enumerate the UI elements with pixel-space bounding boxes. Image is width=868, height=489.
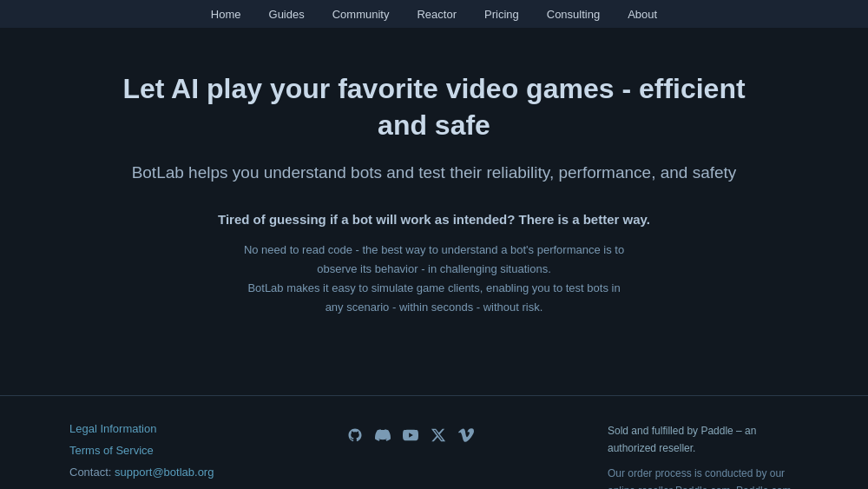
nav-community[interactable]: Community [332,8,390,21]
nav-reactor[interactable]: Reactor [417,8,457,21]
social-icons [347,427,474,443]
nav-consulting[interactable]: Consulting [547,8,600,21]
nav-guides[interactable]: Guides [269,8,305,21]
footer-center [347,422,474,443]
hero-hook: Tired of guessing if a bot will work as … [104,212,764,227]
hero-subtitle: BotLab helps you understand bots and tes… [104,161,764,186]
paddle-detail-text: Our order process is conducted by our on… [608,465,799,489]
legal-link[interactable]: Legal Information [69,422,214,435]
youtube-icon[interactable] [403,427,418,443]
github-icon[interactable] [347,427,363,443]
paddle-sold-text: Sold and fulfilled by Paddle – an author… [608,422,799,458]
hero-title: Let AI play your favorite video games - … [104,71,764,143]
main-nav: Home Guides Community Reactor Pricing Co… [0,0,868,28]
tos-link[interactable]: Terms of Service [69,444,214,457]
hero-desc-1: No need to read code - the best way to u… [243,241,625,317]
page-footer: Legal Information Terms of Service Conta… [0,395,868,489]
hero-section: Let AI play your favorite video games - … [87,28,781,343]
vimeo-icon[interactable] [458,427,474,443]
nav-home[interactable]: Home [211,8,241,21]
nav-pricing[interactable]: Pricing [484,8,519,21]
nav-about[interactable]: About [628,8,657,21]
footer-right: Sold and fulfilled by Paddle – an author… [608,422,799,489]
footer-contact: Contact: support@botlab.org [69,466,214,479]
contact-email-link[interactable]: support@botlab.org [115,466,214,479]
twitter-icon[interactable] [431,427,446,443]
discord-icon[interactable] [375,427,391,443]
footer-left: Legal Information Terms of Service Conta… [69,422,214,479]
